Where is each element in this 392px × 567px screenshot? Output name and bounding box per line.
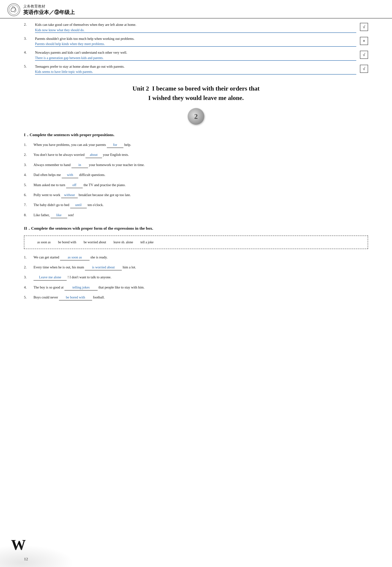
item-answer-5: Kids seems to have little topic with par… xyxy=(35,70,356,75)
exercise-text: The boy is so good at telling jokes that… xyxy=(33,285,368,291)
item-main-text-4: Nowadays parents and kids can't understa… xyxy=(35,51,127,54)
exercise-text: Dad often helps me with difficult questi… xyxy=(33,172,368,178)
page-header: 义务教育教材 英语作业本／⑨年级上 xyxy=(0,0,392,18)
expression-item: be worried about xyxy=(84,239,106,245)
blank-answer: as soon as xyxy=(60,254,89,260)
exercise-num: 8. xyxy=(24,212,32,218)
main-content: 2. Kids can take good care of themselves… xyxy=(0,18,392,316)
logo-icon xyxy=(7,3,20,16)
list-item: 5. Teenagers prefer to stay at home alon… xyxy=(24,64,368,75)
blank-answer: without xyxy=(61,192,78,198)
exercise-num: 3. xyxy=(24,162,32,168)
list-item: 3. Parents shouldn't give kids too much … xyxy=(24,36,368,47)
exercise-num: 1. xyxy=(24,254,32,260)
expression-item: leave sb. alone xyxy=(113,239,133,245)
exercise-item: 3. Leave me alone ! I don't want to talk… xyxy=(24,274,368,280)
exercise-item: 7. The baby didn't go to bed until ten o… xyxy=(24,202,368,208)
exercise-text: Every time when he is out, his mum is wo… xyxy=(33,265,368,270)
item-num-2: 2. xyxy=(24,22,35,27)
exercise-text: Mum asked me to turn off the TV and prac… xyxy=(33,182,368,188)
item-main-text-5: Teenagers prefer to stay at home alone t… xyxy=(35,65,125,68)
item-content-3: Parents shouldn't give kids too much hel… xyxy=(35,36,356,47)
exercise-text: Leave me alone ! I don't want to talk to… xyxy=(33,274,368,280)
exercise-item: 5. Boys could never be bored with footba… xyxy=(24,295,368,300)
exercise-item: 1. When you have problems, you can ask y… xyxy=(24,142,368,148)
item-num-4: 4. xyxy=(24,50,35,54)
blank-answer: off xyxy=(66,182,83,188)
list-item: 2. Kids can take good care of themselves… xyxy=(24,22,368,33)
blank-answer: in xyxy=(71,162,88,168)
header-text: 义务教育教材 英语作业本／⑨年级上 xyxy=(23,4,75,16)
bottom-decoration xyxy=(0,545,74,567)
blank-answer: be bored with xyxy=(59,295,92,300)
exercise-item: 2. You don't have to be always worried a… xyxy=(24,152,368,158)
item-main-text-3: Parents shouldn't give kids too much hel… xyxy=(35,37,135,41)
blank-answer: until xyxy=(70,202,87,208)
section-i-heading: I．Complete the sentences with proper pre… xyxy=(24,132,368,138)
item-content-4: Nowadays parents and kids can't understa… xyxy=(35,50,356,61)
unit-number: Unit 2 xyxy=(132,85,149,92)
exercise-text: When you have problems, you can ask your… xyxy=(33,142,368,148)
exercise-item: 1. We can get started as soon as she is … xyxy=(24,254,368,260)
blank-answer: is worried about xyxy=(85,265,122,270)
logo-area: 义务教育教材 英语作业本／⑨年级上 xyxy=(7,3,75,16)
section-ii-heading: II．Complete the sentences with proper fo… xyxy=(24,225,368,231)
exercise-text: Polly went to work without breakfast bec… xyxy=(33,192,368,198)
exercise-text: Like father, like son! xyxy=(33,212,368,218)
expressions-box: as soon as be bored with be worried abou… xyxy=(24,236,368,249)
list-item: 4. Nowadays parents and kids can't under… xyxy=(24,50,368,61)
exercise-num: 3. xyxy=(24,274,32,280)
exercise-item: 6. Polly went to work without breakfast … xyxy=(24,192,368,198)
exercise-item: 4. The boy is so good at telling jokes t… xyxy=(24,285,368,291)
unit-title-line1: I became so bored with their orders that xyxy=(152,85,260,92)
exercise-item: 2. Every time when he is out, his mum is… xyxy=(24,265,368,270)
exercise-text: Boys could never be bored with football. xyxy=(33,295,368,300)
circle-number-container: 2 xyxy=(24,108,368,125)
exercise-text: We can get started as soon as she is rea… xyxy=(33,254,368,260)
circle-number: 2 xyxy=(188,108,204,125)
exercise-num: 4. xyxy=(24,172,32,178)
item-num-3: 3. xyxy=(24,36,35,41)
item-content-5: Teenagers prefer to stay at home alone t… xyxy=(35,64,356,75)
unit-heading: Unit 2 I became so bored with their orde… xyxy=(24,84,368,103)
exercise-item: 3. Always remember to hand in your homew… xyxy=(24,162,368,168)
item-answer-4: There is a generation gap between kids a… xyxy=(35,56,356,61)
item-answer-2: Kids now know what they should do. xyxy=(35,28,356,33)
section-ii: II．Complete the sentences with proper fo… xyxy=(24,225,368,300)
item-num-5: 5. xyxy=(24,64,35,68)
expression-item: as soon as xyxy=(37,239,51,245)
item-answer-3: Parents should help kinds when they meet… xyxy=(35,42,356,47)
expression-item: be bored with xyxy=(58,239,76,245)
item-main-text-2: Kids can take good care of themselves wh… xyxy=(35,23,136,27)
header-subtitle: 义务教育教材 xyxy=(23,4,75,9)
items-section: 2. Kids can take good care of themselves… xyxy=(24,22,368,75)
item-checkbox-5: √ xyxy=(360,65,368,73)
exercise-num: 5. xyxy=(24,182,32,188)
exercise-item: 4. Dad often helps me with difficult que… xyxy=(24,172,368,178)
blank-answer: Leave me alone xyxy=(33,274,67,280)
blank-answer: for xyxy=(107,142,123,148)
expression-item: tell a joke xyxy=(140,239,154,245)
exercise-num: 1. xyxy=(24,142,32,148)
header-title: 英语作业本／⑨年级上 xyxy=(23,9,75,16)
unit-title: Unit 2 I became so bored with their orde… xyxy=(24,84,368,103)
exercise-num: 2. xyxy=(24,265,32,270)
item-checkbox-2: √ xyxy=(360,23,368,31)
item-checkbox-3: × xyxy=(360,37,368,45)
item-content-2: Kids can take good care of themselves wh… xyxy=(35,22,356,33)
item-checkbox-4: √ xyxy=(360,51,368,59)
exercise-text: You don't have to be always worried abou… xyxy=(33,152,368,158)
exercise-text: The baby didn't go to bed until ten o'cl… xyxy=(33,202,368,208)
exercise-text: Always remember to hand in your homework… xyxy=(33,162,368,168)
exercise-item: 5. Mum asked me to turn off the TV and p… xyxy=(24,182,368,188)
exercise-num: 6. xyxy=(24,192,32,198)
exercise-num: 7. xyxy=(24,202,32,208)
blank-answer: telling jokes xyxy=(64,285,98,291)
svg-point-0 xyxy=(9,5,19,15)
exercise-num: 4. xyxy=(24,285,32,290)
exercise-item: 8. Like father, like son! xyxy=(24,212,368,218)
exercise-num: 5. xyxy=(24,295,32,300)
blank-answer: about xyxy=(85,152,102,158)
blank-answer: like xyxy=(51,212,67,218)
blank-answer: with xyxy=(62,172,78,178)
